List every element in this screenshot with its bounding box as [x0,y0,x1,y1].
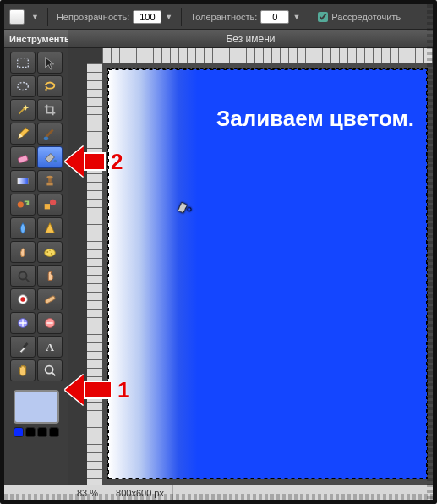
clone-stamp-tool[interactable] [37,170,63,192]
dimensions-readout: 800x600 px [107,485,173,500]
scatter-checkbox[interactable] [318,12,328,22]
brush-icon [42,126,57,141]
tool-preset-chip[interactable] [9,9,25,25]
eyedropper-icon [15,339,30,354]
ruler-corner [68,48,102,63]
tolerance-label: Толерантность: [190,12,257,22]
eraser-icon [15,150,30,165]
mini-swatch-0[interactable] [14,427,24,437]
document-title: Без имени [68,30,433,48]
mini-swatch-1[interactable] [25,427,36,437]
instruction-text: Заливаем цветом. [216,106,414,132]
magic-wand-icon [15,102,30,118]
options-bar: ▼ Непрозрачность: ▼ Толерантность: ▼ Рас… [4,4,433,30]
ruler-horizontal[interactable] [102,48,433,63]
tool-grid [4,48,68,385]
zoom-unit: % [90,488,98,498]
hand-icon [15,363,30,378]
smudge-icon [15,244,30,260]
mini-swatch-row [4,427,68,442]
tools-panel: Инструменты [4,30,68,485]
mini-swatch-2[interactable] [37,427,47,437]
color-replace-icon [15,197,30,212]
dodge-tool[interactable] [10,265,36,287]
pinch-icon [42,315,57,331]
tolerance-control: Толерантность: ▼ [190,10,300,24]
sharpen-tool[interactable] [37,217,63,239]
lasso-tool[interactable] [37,75,63,97]
burn-tool[interactable] [37,265,63,287]
eyedropper-tool[interactable] [10,336,36,358]
eraser-tool[interactable] [10,146,36,168]
mini-swatch-3[interactable] [49,427,59,437]
paint-bucket-tool[interactable] [37,146,63,168]
spot-heal-tool[interactable] [37,288,63,310]
scatter-control[interactable]: Рассредоточить [318,12,401,22]
blur-icon [15,221,30,236]
ruler-vertical[interactable] [68,63,102,485]
sponge-icon [42,244,57,260]
pencil-icon [15,126,30,141]
drawing-icon [42,197,57,212]
sharpen-icon [42,221,57,236]
ellipse-select-tool[interactable] [10,75,36,97]
clone-stamp-icon [42,173,57,189]
chevron-down-icon[interactable]: ▼ [31,13,39,21]
gradient-icon [15,173,30,189]
redeye-icon [15,292,30,307]
paint-bucket-icon [42,150,57,165]
tolerance-input[interactable] [260,10,289,24]
app-window: ▼ Непрозрачность: ▼ Толерантность: ▼ Рас… [0,0,437,504]
color-replace-tool[interactable] [10,194,36,216]
move-icon [42,55,57,70]
canvas-viewport[interactable]: Заливаем цветом. [102,63,433,485]
type-tool[interactable] [37,336,63,358]
type-icon [42,339,57,354]
crop-tool[interactable] [37,99,63,121]
zoom-readout[interactable]: 83 % [68,485,107,500]
brush-tool[interactable] [37,123,63,145]
chevron-down-icon[interactable]: ▼ [165,13,172,21]
zoom-tool[interactable] [37,359,63,381]
lasso-icon [42,79,57,94]
pencil-tool[interactable] [10,123,36,145]
chevron-down-icon[interactable]: ▼ [292,13,300,21]
dodge-icon [15,268,30,283]
status-bar: 83 % 800x600 px [4,485,433,500]
redeye-tool[interactable] [10,288,36,310]
rect-select-tool[interactable] [10,52,36,74]
crop-icon [42,102,57,118]
scatter-label: Рассредоточить [331,12,401,22]
burn-icon [42,268,57,283]
opacity-input[interactable] [133,10,161,24]
tools-panel-title: Инструменты [4,30,68,48]
spot-heal-icon [42,292,57,307]
bloat-tool[interactable] [10,312,36,334]
rect-select-icon [15,55,30,70]
bloat-icon [15,315,30,331]
blur-tool[interactable] [10,217,36,239]
move-tool[interactable] [37,52,63,74]
opacity-label: Непрозрачность: [57,12,129,22]
gradient-tool[interactable] [10,170,36,192]
foreground-color-swatch[interactable] [14,390,59,424]
canvas-stage: Без имени Заливаем цветом. [68,30,433,485]
sponge-tool[interactable] [37,241,63,263]
ellipse-select-icon [15,79,30,94]
zoom-value: 83 [77,488,87,498]
hand-tool[interactable] [10,359,36,381]
zoom-icon [42,363,57,378]
drawing-tool[interactable] [37,194,63,216]
smudge-tool[interactable] [10,241,36,263]
magic-wand-tool[interactable] [10,99,36,121]
pinch-tool[interactable] [37,312,63,334]
opacity-control: Непрозрачность: ▼ [57,10,172,24]
